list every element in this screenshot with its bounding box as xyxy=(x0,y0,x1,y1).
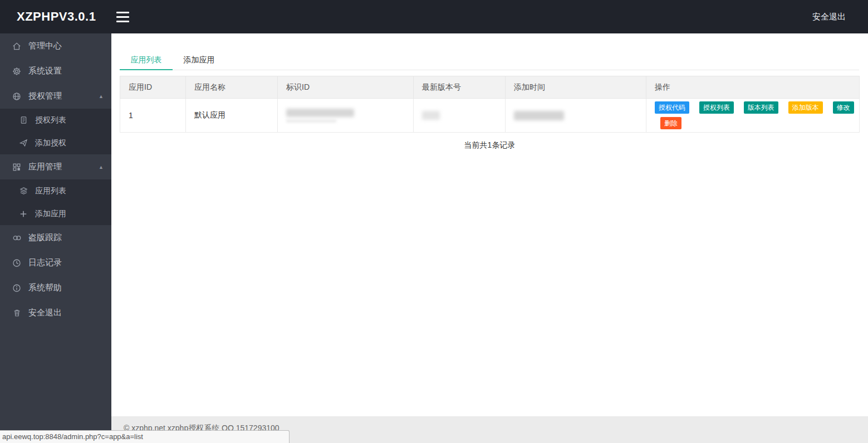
sidebar-item-add-license[interactable]: 添加授权 xyxy=(0,132,111,154)
tab-label: 添加应用 xyxy=(184,55,215,64)
clock-icon xyxy=(12,259,22,267)
sidebar-item-label: 系统帮助 xyxy=(28,283,62,293)
sidebar-item-piracy-tracking[interactable]: 盗版跟踪 xyxy=(0,225,111,250)
record-count-text: 当前共1条记录 xyxy=(111,140,868,150)
sidebar-item-log-records[interactable]: 日志记录 xyxy=(0,250,111,275)
column-header-add-time: 添加时间 xyxy=(506,76,646,99)
link-icon xyxy=(12,233,22,242)
column-header-app-name: 应用名称 xyxy=(186,76,278,99)
sidebar-item-license-management[interactable]: 授权管理 ▲ xyxy=(0,84,111,109)
browser-status-url: api.eewq.top:8848/admin.php?c=app&a=list xyxy=(0,430,290,443)
sidebar-item-app-list[interactable]: 应用列表 xyxy=(0,179,111,202)
top-header: XZPHPV3.0.1 安全退出 xyxy=(0,0,868,33)
chevron-up-icon: ▲ xyxy=(99,94,104,99)
layers-icon xyxy=(18,187,28,196)
version-list-button[interactable]: 版本列表 xyxy=(744,101,778,114)
sidebar-item-add-app[interactable]: 添加应用 xyxy=(0,202,111,225)
cell-identify-id xyxy=(278,99,414,133)
license-code-button[interactable]: 授权代码 xyxy=(655,101,689,114)
sidebar-item-label: 管理中心 xyxy=(28,41,62,51)
table-header-row: 应用ID 应用名称 标识ID 最新版本号 添加时间 操作 xyxy=(120,76,860,99)
tab-label: 应用列表 xyxy=(131,55,162,64)
column-header-app-id: 应用ID xyxy=(120,76,186,99)
info-icon xyxy=(12,284,22,293)
tab-app-list[interactable]: 应用列表 xyxy=(120,49,173,70)
delete-button[interactable]: 删除 xyxy=(660,117,681,129)
sidebar-nav: 管理中心 系统设置 授权管理 ▲ 授权列表 添加授权 xyxy=(0,33,111,443)
hamburger-menu-icon[interactable] xyxy=(115,9,130,25)
header-logout-link[interactable]: 安全退出 xyxy=(812,12,846,22)
app-title: XZPHPV3.0.1 xyxy=(0,9,111,24)
sidebar-item-label: 应用管理 xyxy=(28,162,62,172)
tab-add-app[interactable]: 添加应用 xyxy=(173,49,225,70)
sidebar-item-admin-center[interactable]: 管理中心 xyxy=(0,33,111,59)
app-table: 应用ID 应用名称 标识ID 最新版本号 添加时间 操作 1 默认应用 xyxy=(120,76,860,133)
redacted-value xyxy=(286,119,336,123)
add-version-button[interactable]: 添加版本 xyxy=(788,101,823,114)
ops-line2: 删除 xyxy=(660,117,859,129)
column-header-identify-id: 标识ID xyxy=(278,76,414,99)
submenu-app: 应用列表 添加应用 xyxy=(0,179,111,225)
cell-operations: 授权代码 授权列表 版本列表 添加版本 修改 删除 xyxy=(646,99,860,133)
column-header-latest-version: 最新版本号 xyxy=(414,76,506,99)
cell-latest-version xyxy=(414,99,506,133)
sidebar-item-label: 添加授权 xyxy=(35,138,66,148)
main-content: 应用列表 添加应用 应用ID 应用名称 标识ID 最新版本号 添加时间 操作 1 xyxy=(111,33,868,416)
column-header-operations: 操作 xyxy=(646,76,860,99)
send-icon xyxy=(18,139,28,148)
redacted-value xyxy=(422,111,440,120)
home-icon xyxy=(12,42,22,51)
sidebar-item-label: 应用列表 xyxy=(35,186,66,196)
sidebar-item-system-help[interactable]: 系统帮助 xyxy=(0,275,111,300)
sidebar-item-app-management[interactable]: 应用管理 ▲ xyxy=(0,154,111,179)
sidebar-item-label: 授权管理 xyxy=(28,91,62,101)
redacted-value xyxy=(286,109,354,117)
active-tab-underline xyxy=(120,69,173,70)
table-row: 1 默认应用 授权代码 授权列表 版本列表 添加版本 xyxy=(120,99,860,133)
sidebar-item-system-settings[interactable]: 系统设置 xyxy=(0,59,111,84)
sidebar-item-label: 日志记录 xyxy=(28,257,62,268)
globe-icon xyxy=(12,92,22,101)
chevron-up-icon: ▲ xyxy=(99,164,104,170)
sidebar-item-label: 添加应用 xyxy=(35,209,66,219)
redacted-value xyxy=(514,111,564,120)
sidebar-item-logout[interactable]: 安全退出 xyxy=(0,300,111,325)
license-list-button[interactable]: 授权列表 xyxy=(699,101,734,114)
cell-app-name: 默认应用 xyxy=(186,99,278,133)
tab-bar: 应用列表 添加应用 xyxy=(120,49,859,70)
sidebar-item-label: 盗版跟踪 xyxy=(28,232,62,243)
plus-icon xyxy=(18,210,28,218)
document-icon xyxy=(18,116,28,125)
ops-line1: 授权代码 授权列表 版本列表 添加版本 修改 xyxy=(655,101,859,114)
cell-app-id: 1 xyxy=(120,99,186,133)
cell-add-time xyxy=(506,99,646,133)
sidebar-item-label: 安全退出 xyxy=(28,308,62,318)
gear-icon xyxy=(12,67,22,76)
sidebar-item-label: 系统设置 xyxy=(28,66,62,76)
grid-icon xyxy=(12,163,22,172)
edit-button[interactable]: 修改 xyxy=(833,101,854,114)
sidebar-item-license-list[interactable]: 授权列表 xyxy=(0,109,111,132)
trash-icon xyxy=(12,309,22,318)
submenu-license: 授权列表 添加授权 xyxy=(0,109,111,154)
sidebar-item-label: 授权列表 xyxy=(35,115,66,125)
